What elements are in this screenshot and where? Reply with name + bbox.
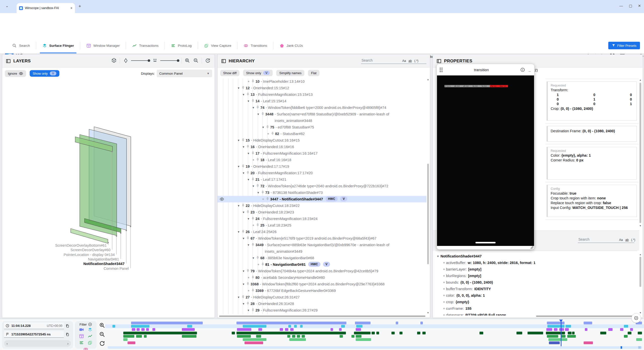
tree-row[interactable]: ▼20- FullscreenMagnification:17:17#20: [218, 170, 426, 176]
tree-row[interactable]: ▼22- HideDisplayCutout:18:23#22: [218, 202, 426, 209]
pin-icon[interactable]: [246, 302, 250, 305]
properties-hscrollbar[interactable]: [536, 316, 635, 317]
rotation-slider[interactable]: [131, 60, 150, 61]
expand-arrow-icon[interactable]: ▼: [251, 104, 256, 111]
zoom-in-icon[interactable]: [185, 58, 190, 63]
tree-row[interactable]: ▼28- OneHanded:26:31#28: [218, 300, 426, 307]
scroll-up-arrow[interactable]: ▲: [639, 253, 642, 256]
tab-close-icon[interactable]: ×: [70, 6, 72, 10]
trace-event-block-transactions[interactable]: [417, 332, 420, 334]
expand-arrow-icon[interactable]: ▼: [236, 294, 241, 300]
reset-view-icon[interactable]: [205, 58, 211, 63]
trace-event-block-window-manager[interactable]: [565, 328, 569, 331]
expand-arrow-icon[interactable]: ▼: [251, 183, 256, 189]
tree-row[interactable]: ▼19- OneHanded:17:17#19: [218, 163, 426, 170]
panel-collapse-icon[interactable]: [221, 59, 226, 64]
pin-icon[interactable]: [251, 243, 255, 247]
trace-event-block-view-capture[interactable]: [289, 338, 306, 341]
trace-event-block-surface-flinger[interactable]: [294, 325, 297, 328]
trace-event-block-protolog[interactable]: [567, 335, 576, 338]
trace-event-block-window-manager[interactable]: [546, 328, 552, 331]
trace-event-block-protolog[interactable]: [136, 335, 142, 338]
trace-event-block-transactions[interactable]: [479, 332, 483, 334]
panel-collapse-icon[interactable]: [6, 59, 11, 64]
filter-screen-recording-icon[interactable]: [79, 327, 84, 332]
trace-event-block-surface-flinger[interactable]: [547, 325, 565, 328]
timeline-minimap[interactable]: [108, 346, 642, 349]
trace-event-block-protolog[interactable]: [123, 335, 135, 338]
tree-row[interactable]: 3369- 67726bf EdgeBackGestureHandler0#33…: [218, 287, 426, 294]
regex-icon[interactable]: (.*): [631, 238, 635, 242]
expand-arrow-icon[interactable]: ▼: [236, 163, 241, 170]
expand-arrow-icon[interactable]: ▼: [251, 255, 256, 261]
filter-surface-flinger-icon[interactable]: [88, 327, 93, 332]
expand-arrow-icon[interactable]: ▼: [241, 144, 246, 150]
pin-icon[interactable]: [256, 158, 260, 162]
drag-handle-icon[interactable]: [440, 68, 442, 72]
scroll-down-arrow[interactable]: ▼: [639, 312, 642, 314]
resize-handle[interactable]: [531, 246, 534, 249]
trace-event-block-protolog[interactable]: [302, 335, 305, 338]
trace-event-block-surface-flinger[interactable]: [187, 325, 192, 328]
pin-icon[interactable]: [241, 230, 245, 234]
trace-event-block-surface-flinger[interactable]: [356, 325, 363, 328]
regex-icon[interactable]: (.*): [414, 59, 418, 63]
trace-event-block-screen-recording[interactable]: [355, 322, 371, 324]
filter-transactions-icon[interactable]: [88, 334, 93, 339]
tree-row[interactable]: ▼26- Leaf:24:25#26: [218, 229, 426, 235]
pin-icon[interactable]: [246, 93, 250, 96]
copy-ns-icon[interactable]: [65, 332, 69, 336]
window-close-icon[interactable]: ✕: [638, 4, 641, 8]
expand-arrow-icon[interactable]: ▼: [241, 300, 246, 307]
trace-event-block-window-manager[interactable]: [585, 328, 588, 331]
trace-event-block-protolog[interactable]: [356, 335, 361, 338]
prop-tree-root[interactable]: ▼NotificationShade#3447: [435, 253, 637, 259]
scrollbar-thumb[interactable]: [639, 83, 641, 223]
trace-event-block-surface-flinger[interactable]: [243, 325, 266, 328]
expand-arrow-icon[interactable]: ▼: [241, 268, 246, 274]
pin-icon[interactable]: [256, 106, 260, 109]
timeline-tracks[interactable]: [108, 321, 642, 346]
trace-event-block-view-capture[interactable]: [636, 338, 642, 341]
properties-tree-scrollbar[interactable]: ▲ ▼: [639, 253, 642, 314]
browser-tab[interactable]: Winscope | sandbox-FAI ×: [17, 3, 75, 13]
pin-icon[interactable]: [261, 262, 265, 266]
expand-arrow-icon[interactable]: ▼: [236, 85, 241, 91]
pin-icon[interactable]: [246, 210, 250, 214]
match-case-icon[interactable]: Aa: [402, 59, 406, 63]
timeline-reset-zoom-icon[interactable]: [99, 340, 105, 346]
human-time-field[interactable]: 11:04:14.228 UTC+00:00: [4, 323, 64, 329]
show-diff-chip[interactable]: Show diff: [220, 70, 239, 76]
prop-tree-row[interactable]: bounds:(0, 0) - (1080, 2400): [435, 279, 637, 286]
trace-event-block-protolog[interactable]: [340, 335, 343, 338]
expand-arrow-icon[interactable]: ▼: [435, 255, 440, 258]
show-only-chip[interactable]: Show only V: [243, 70, 273, 76]
tree-row[interactable]: ▼74- WindowToken{fdddbe6 type=2000 andro…: [218, 104, 426, 111]
trace-event-block-window-manager[interactable]: [280, 328, 283, 331]
expand-arrow-icon[interactable]: ▼: [241, 170, 246, 176]
filter-header[interactable]: Filter: [75, 322, 97, 326]
filter-protolog-icon[interactable]: [79, 340, 84, 345]
expand-arrow-icon[interactable]: ▼: [241, 281, 246, 287]
simplify-names-chip[interactable]: Simplify names: [276, 70, 304, 76]
trace-event-block-transitions[interactable]: [584, 341, 593, 344]
trace-event-block-transactions[interactable]: [638, 332, 642, 334]
expand-arrow-icon[interactable]: ▼: [241, 235, 246, 242]
tab-jank-cujs[interactable]: Jank CUJs: [273, 38, 309, 53]
tree-row[interactable]: 30- Leaf:26:27#30: [218, 314, 426, 315]
hierarchy-hscrollbar[interactable]: [219, 316, 425, 317]
pin-icon[interactable]: [241, 86, 245, 90]
tree-row[interactable]: ▼21- Leaf:17:17#21: [218, 176, 426, 183]
trace-event-block-surface-flinger[interactable]: [288, 325, 291, 328]
scroll-up-arrow[interactable]: ▲: [639, 79, 642, 81]
tab-protolog[interactable]: ProtoLog: [165, 38, 198, 53]
pin-icon[interactable]: [256, 184, 260, 188]
tree-row[interactable]: 80- ace6abb SecondaryHomeHandle0#80: [218, 274, 426, 281]
expand-arrow-icon[interactable]: ▼: [236, 229, 241, 235]
match-word-icon[interactable]: ab: [625, 238, 629, 242]
prop-tree-row[interactable]: crop:{empty}: [435, 299, 637, 305]
trace-event-block-window-manager[interactable]: [554, 328, 558, 331]
trace-event-block-transactions[interactable]: [232, 332, 235, 334]
ns-time-field[interactable]: 1715339054227572545 ns: [4, 331, 64, 338]
tree-row[interactable]: ▼15- HideDisplayCutout:16:16#15: [218, 137, 426, 144]
